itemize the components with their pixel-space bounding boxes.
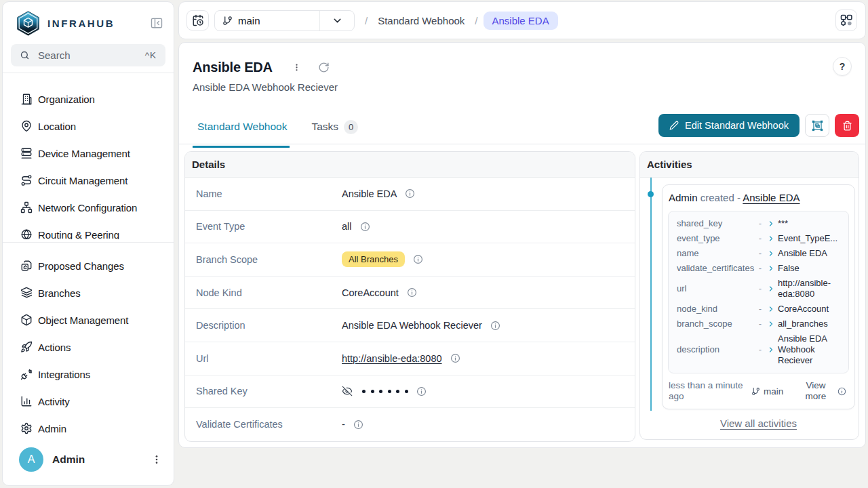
title-kebab-icon[interactable] [292,62,301,73]
help-button[interactable]: ? [833,57,852,76]
activity-object-link[interactable]: Ansible EDA [743,192,800,203]
info-icon[interactable] [407,287,417,298]
edit-button-label: Edit Standard Webhook [685,120,789,131]
building-icon [20,93,33,105]
page-subtitle: Ansible EDA Webhook Reciever [193,82,865,92]
sidebar-item-activity[interactable]: Activity [3,388,174,415]
info-icon[interactable] [416,386,427,396]
info-icon[interactable] [353,420,363,430]
sidebar-item-device-management[interactable]: Device Management [3,140,174,167]
sidebar-nav-app: Proposed Changes Branches Object Managem… [3,252,174,442]
detail-label: Event Type [196,221,342,232]
search-input[interactable]: Search ^K [11,44,165,66]
property-name: shared_key [677,218,753,229]
page-header: Ansible EDA Ansible EDA Webhook Reciever… [179,43,865,92]
activity-separator: - [737,192,741,203]
url-link[interactable]: http://ansible-eda:8080 [342,353,442,364]
sidebar-item-label: Actions [38,342,71,353]
sidebar-item-location[interactable]: Location [3,113,174,140]
info-icon[interactable] [405,188,415,199]
property-row-url: url - http://ansible-eda:8080 [677,276,842,302]
tab-tasks[interactable]: Tasks 0 [311,108,358,146]
tab-standard-webhook[interactable]: Standard Webhook [197,108,287,146]
sidebar-item-label: Network Configuration [38,202,137,214]
sidebar-item-routing-peering[interactable]: Routing & Peering [3,221,174,239]
detail-label: Shared Key [196,386,342,396]
task-status-button[interactable] [835,9,857,31]
timeline-line [650,178,652,411]
sidebar-header: INFRAHUB [3,2,174,44]
info-icon[interactable] [490,321,500,331]
sidebar-item-actions[interactable]: Actions [3,333,174,361]
git-branch-icon [222,16,233,26]
sidebar-item-network-configuration[interactable]: Network Configuration [3,194,174,221]
sidebar-item-organization[interactable]: Organization [3,85,174,113]
info-icon[interactable] [360,222,370,232]
sidebar-item-label: Admin [38,423,66,434]
activity-properties: shared_key - *** event_type - Event_Type… [668,211,849,373]
edit-button[interactable]: Edit Standard Webhook [658,114,800,137]
view-more-link[interactable]: View more [800,380,832,402]
sidebar-item-label: Branches [38,287,81,299]
breadcrumb-current[interactable]: Ansible EDA [484,12,558,30]
view-all-activities-link[interactable]: View all activities [662,418,855,429]
property-row-shared-key: shared_key - *** [677,216,842,231]
sidebar-item-admin[interactable]: Admin [3,415,174,442]
property-old-value: - [757,263,764,274]
property-name: event_type [677,233,753,244]
globe-icon [20,228,33,239]
file-diff-icon [20,260,33,272]
detail-label: Node Kind [196,287,342,298]
property-new-value: Ansible EDA Webhook Reciever [778,333,842,366]
eye-off-icon[interactable] [342,386,353,396]
property-old-value: - [757,248,764,259]
tab-tasks-count-badge: 0 [344,120,358,134]
info-icon[interactable] [450,353,460,363]
delete-button[interactable] [835,114,859,137]
content: Details Name Ansible EDA Event Type all … [184,151,859,442]
chevron-right-icon [767,346,775,354]
sidebar-item-integrations[interactable]: Integrations [3,361,174,388]
info-circle-icon[interactable] [837,387,846,396]
property-old-value: - [757,319,764,329]
branch-selector[interactable]: main [214,10,355,31]
detail-row-branch-scope: Branch Scope All Branches [185,243,635,277]
activity-footer: less than a minute ago main View more [663,373,854,409]
sidebar-item-proposed-changes[interactable]: Proposed Changes [3,252,174,279]
user-kebab-icon[interactable] [151,453,162,466]
tab-tasks-label: Tasks [311,121,338,133]
search-shortcut: ^K [145,50,157,60]
property-old-value: - [757,283,764,294]
detail-row-event-type: Event Type all [185,211,635,244]
manage-groups-button[interactable] [805,114,829,137]
bar-chart-icon [20,395,33,407]
pencil-icon [669,121,679,130]
activities-body: Admin created - Ansible EDA shared_key -… [640,178,859,439]
chevron-right-icon [767,305,775,313]
info-icon[interactable] [413,254,423,264]
time-travel-button[interactable] [186,10,209,30]
property-old-value: - [757,344,764,355]
activity-branch: main [751,386,783,396]
workflow-icon [840,14,853,27]
sidebar-item-branches[interactable]: Branches [3,279,174,306]
chevron-right-icon [767,249,775,258]
user-menu[interactable]: A Admin [3,447,174,472]
sidebar-item-object-management[interactable]: Object Management [3,306,174,333]
property-new-value: all_branches [778,319,842,329]
detail-label: Name [196,188,342,199]
topbar: main / Standard Webhook / Ansible EDA [178,1,866,39]
map-pin-icon [20,120,33,132]
chevron-right-icon [767,235,775,243]
breadcrumb-parent[interactable]: Standard Webhook [378,15,465,26]
sidebar-item-label: Device Management [38,148,130,159]
route-icon [20,174,33,186]
property-new-value: CoreAccount [778,304,842,314]
infrahub-logo-icon [16,11,40,36]
sidebar-collapse-icon[interactable] [150,16,163,30]
refresh-icon[interactable] [318,62,330,73]
sidebar-item-circuit-management[interactable]: Circuit Management [3,167,174,194]
detail-label: Validate Certificates [196,419,342,430]
detail-value: CoreAccount [342,287,399,298]
rocket-icon [20,341,33,353]
